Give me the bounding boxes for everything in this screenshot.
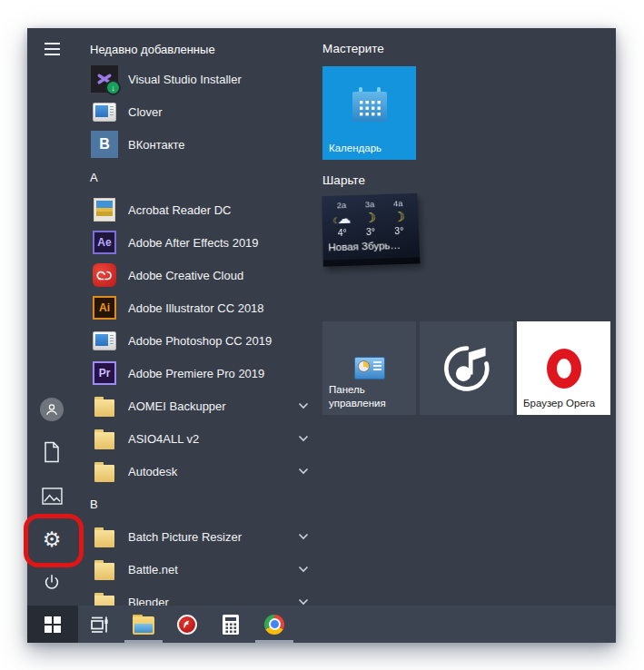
file-explorer-icon: [132, 615, 155, 635]
app-list-item[interactable]: AiAdobe Illustrator CC 2018: [88, 291, 322, 324]
red-circle-app-icon: [177, 615, 197, 635]
app-item-label: Clover: [128, 105, 322, 119]
document-icon: [43, 441, 61, 463]
app-list-item[interactable]: Adobe Photoshop CC 2019: [88, 324, 322, 357]
rail-documents[interactable]: [34, 434, 70, 470]
app-list-item[interactable]: Autodesk: [88, 455, 322, 488]
control-panel-icon: [354, 357, 385, 379]
chevron-down-icon[interactable]: [292, 402, 315, 409]
app-list-item[interactable]: Blender: [88, 586, 322, 606]
folder-icon: [94, 428, 114, 449]
task-view-icon: [90, 615, 110, 635]
app-item-label: Adobe Creative Cloud: [128, 269, 322, 282]
app-item-label: ASIO4ALL v2: [128, 432, 292, 446]
tile-group-header: Шарьте: [322, 169, 616, 191]
taskbar-chrome[interactable]: [253, 606, 296, 643]
start-menu-window: ⚙ Недавно добавленные↓Visual Studio Inst…: [27, 28, 616, 643]
tile-label: Панель управления: [329, 383, 412, 410]
app-section-header: А: [88, 161, 322, 193]
app-item-label: Autodesk: [128, 465, 292, 478]
folder-icon: [94, 591, 114, 606]
app-list-item[interactable]: Clover: [88, 95, 322, 128]
app-window-icon: [93, 103, 116, 122]
tile-calendar[interactable]: Календарь: [322, 66, 416, 160]
chevron-down-icon[interactable]: [292, 566, 315, 573]
user-icon: [40, 398, 64, 421]
taskbar-red-app[interactable]: [165, 606, 209, 643]
photo-icon: [94, 198, 115, 222]
rail-power[interactable]: [34, 565, 70, 601]
chrome-icon: [264, 615, 284, 635]
premiere-icon: Pr: [93, 361, 116, 385]
tile-label: Браузер Opera: [523, 397, 595, 410]
app-window-icon: [93, 331, 116, 350]
start-menu-panel: ⚙ Недавно добавленные↓Visual Studio Inst…: [27, 28, 616, 606]
taskbar-start[interactable]: [27, 606, 78, 643]
visual-studio-installer-icon: ↓: [91, 65, 118, 93]
app-list-item[interactable]: Battle.net: [88, 553, 322, 586]
app-item-label: Battle.net: [128, 563, 292, 576]
rail-pictures[interactable]: [34, 478, 70, 514]
app-list: Недавно добавленные↓Visual Studio Instal…: [88, 28, 322, 606]
app-item-label: Batch Picture Resizer: [128, 530, 292, 544]
app-list-item[interactable]: Acrobat Reader DC: [88, 193, 322, 226]
power-icon: [42, 573, 62, 593]
app-item-label: Blender: [128, 596, 292, 606]
app-list-item[interactable]: ↓Visual Studio Installer: [88, 63, 322, 95]
calculator-icon: [222, 614, 240, 636]
app-item-label: ВКонтакте: [128, 138, 322, 152]
moon-icon: ☾: [392, 208, 405, 225]
chevron-down-icon[interactable]: [292, 435, 315, 442]
app-list-item[interactable]: AOMEI Backupper: [88, 389, 322, 422]
app-item-label: Adobe Premiere Pro 2019: [128, 367, 322, 380]
folder-icon: [94, 395, 114, 417]
weather-temp: 3°: [385, 225, 414, 237]
folder-icon: [94, 526, 114, 547]
app-list-item[interactable]: PrAdobe Premiere Pro 2019: [88, 357, 322, 389]
app-item-label: Adobe Photoshop CC 2019: [128, 334, 322, 348]
hamburger-icon: [45, 43, 60, 55]
app-list-item[interactable]: BВКонтакте: [88, 128, 322, 161]
weather-temp: 4°: [328, 227, 357, 239]
app-item-label: Adobe After Effects 2019: [128, 236, 322, 250]
taskbar: [27, 606, 616, 643]
app-list-item[interactable]: ASIO4ALL v2: [88, 422, 322, 455]
tile-group-header: Мастерите: [322, 37, 616, 59]
app-list-item[interactable]: Adobe Creative Cloud: [88, 259, 322, 291]
cloud-night-icon: ☾☁: [332, 211, 351, 226]
tile-row: Панель управленияБраузер Opera: [322, 321, 616, 415]
chevron-down-icon[interactable]: [292, 533, 315, 540]
taskbar-calculator[interactable]: [209, 606, 253, 643]
tile-weather[interactable]: 2а☾☁4°3а☾3°4а☾3°Новая Збурь…: [322, 193, 420, 267]
app-section-header: Недавно добавленные: [88, 35, 322, 63]
tile-label: Календарь: [329, 142, 381, 155]
weather-temp: 3°: [356, 226, 385, 238]
pictures-icon: [42, 488, 63, 505]
app-list-item[interactable]: AeAdobe After Effects 2019: [88, 226, 322, 259]
app-list-item[interactable]: Batch Picture Resizer: [88, 520, 322, 553]
moon-icon: ☾: [364, 209, 377, 226]
tile-area: МастеритеКалендарьШарьте2а☾☁4°3а☾3°4а☾3°…: [322, 28, 616, 606]
illustrator-icon: Ai: [93, 296, 116, 320]
chevron-down-icon[interactable]: [292, 468, 315, 475]
taskbar-file-explorer[interactable]: [122, 606, 165, 643]
app-section-header: B: [88, 488, 322, 520]
rail-user[interactable]: [34, 391, 70, 428]
tile-music[interactable]: [420, 321, 513, 415]
windows-logo-icon: [45, 616, 61, 633]
rail-menu-btn[interactable]: [34, 31, 70, 67]
app-item-label: Adobe Illustrator CC 2018: [128, 301, 322, 315]
taskbar-task-view[interactable]: [78, 606, 122, 643]
folder-icon: [94, 558, 114, 580]
music-note-icon: [441, 343, 492, 394]
vk-icon: B: [91, 131, 118, 158]
after-effects-icon: Ae: [93, 231, 116, 254]
app-item-label: Visual Studio Installer: [128, 73, 322, 86]
settings-highlight-annotation: [24, 514, 84, 567]
chevron-down-icon[interactable]: [292, 598, 315, 606]
app-item-label: AOMEI Backupper: [128, 399, 292, 413]
calendar-icon: [349, 87, 391, 125]
folder-icon: [94, 460, 114, 482]
tile-opera[interactable]: Браузер Opera: [517, 321, 610, 415]
tile-control-panel[interactable]: Панель управления: [322, 321, 416, 415]
